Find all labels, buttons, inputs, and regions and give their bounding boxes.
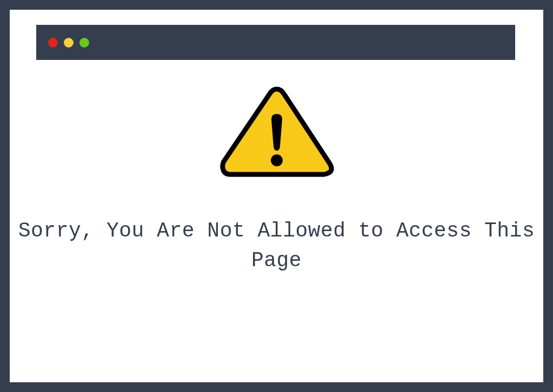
window-frame: Sorry, You Are Not Allowed to Access Thi… bbox=[0, 0, 553, 392]
warning-icon bbox=[217, 86, 336, 178]
error-message: Sorry, You Are Not Allowed to Access Thi… bbox=[10, 216, 543, 275]
close-button[interactable] bbox=[48, 38, 58, 48]
title-bar bbox=[36, 25, 515, 60]
svg-point-0 bbox=[271, 154, 283, 166]
window-content: Sorry, You Are Not Allowed to Access Thi… bbox=[10, 10, 543, 382]
maximize-button[interactable] bbox=[79, 38, 89, 48]
minimize-button[interactable] bbox=[64, 38, 74, 48]
traffic-lights bbox=[48, 38, 89, 48]
